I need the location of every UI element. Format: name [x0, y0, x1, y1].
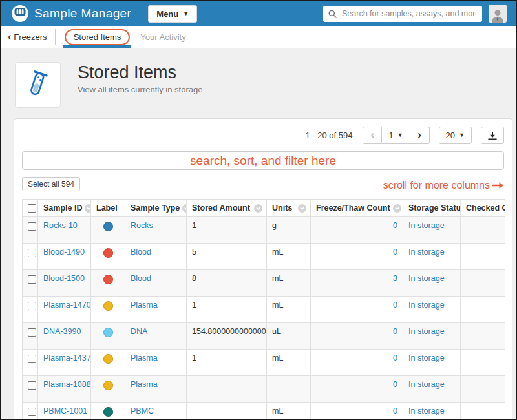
- stored-amount-cell: [187, 376, 267, 403]
- column-menu-icon[interactable]: [298, 204, 306, 213]
- export-button[interactable]: [481, 127, 504, 144]
- search-annotation: search, sort, and filter here: [190, 154, 336, 168]
- menu-button[interactable]: Menu ▼: [148, 5, 197, 23]
- chevron-down-icon: ▼: [459, 132, 465, 138]
- page-body: Stored Items View all items currently in…: [1, 48, 516, 419]
- app-window: Sample Manager Menu ▼ ‹ Freez: [0, 0, 517, 420]
- freeze-thaw-cell: 0: [311, 376, 403, 403]
- label-color-dot: [103, 301, 113, 311]
- units-cell: mL: [267, 270, 311, 297]
- col-units: Units: [272, 204, 292, 213]
- row-checkbox[interactable]: [28, 381, 36, 390]
- storage-status-link[interactable]: In storage: [408, 300, 445, 310]
- row-checkbox[interactable]: [28, 408, 36, 416]
- freeze-thaw-cell: 0: [311, 403, 403, 419]
- units-cell: mL: [267, 244, 311, 270]
- stored-amount-cell: 1: [187, 217, 267, 244]
- user-avatar[interactable]: [489, 5, 507, 23]
- arrow-right-icon: [492, 182, 504, 189]
- search-icon: [328, 10, 337, 18]
- tab-freezers[interactable]: ‹ Freezers: [8, 26, 47, 48]
- app-title: Sample Manager: [34, 6, 131, 21]
- checked-out-cell: [461, 403, 505, 419]
- page-title: Stored Items: [78, 63, 202, 81]
- row-checkbox[interactable]: [28, 302, 36, 310]
- storage-status-link[interactable]: In storage: [408, 380, 445, 389]
- checked-out-cell: [461, 350, 505, 376]
- sample-id-link[interactable]: Plasma-1437: [43, 353, 91, 362]
- row-checkbox[interactable]: [28, 249, 36, 257]
- search-input[interactable]: [341, 8, 477, 19]
- sample-type-link[interactable]: Rocks: [131, 221, 153, 230]
- download-icon: [488, 131, 497, 140]
- sample-id-link[interactable]: Blood-1490: [43, 247, 85, 257]
- table-header-row: Sample ID Label Sample Type Stored Amoun…: [23, 200, 505, 217]
- label-color-dot: [103, 407, 113, 417]
- storage-status-link[interactable]: In storage: [408, 221, 445, 230]
- table-body: Rocks-10 Rocks 1 g 0 In storage Blood-14…: [23, 217, 505, 419]
- next-page-button[interactable]: ›: [410, 127, 430, 144]
- stored-amount-cell: 1: [187, 297, 267, 323]
- chevron-down-icon: ▼: [183, 11, 189, 17]
- storage-icon-card: [15, 62, 61, 108]
- sample-id-link[interactable]: Plasma-1088: [43, 380, 91, 389]
- grid-filter-input[interactable]: search, sort, and filter here: [22, 151, 504, 170]
- sample-id-link[interactable]: DNA-3990: [43, 327, 81, 336]
- sample-type-link[interactable]: DNA: [131, 327, 147, 336]
- test-tube-icon: [23, 69, 53, 101]
- sample-id-link[interactable]: PBMC-1001: [43, 406, 87, 415]
- sample-id-link[interactable]: Plasma-1470: [43, 300, 91, 310]
- chevron-left-icon: ‹: [371, 129, 375, 140]
- top-header: Sample Manager Menu ▼: [1, 1, 516, 26]
- table-row: Plasma-1088 Plasma 0 In storage: [23, 376, 505, 403]
- label-color-dot: [103, 275, 113, 284]
- units-cell: mL: [267, 350, 311, 376]
- units-cell: uL: [267, 323, 311, 350]
- row-checkbox[interactable]: [28, 222, 36, 231]
- select-all-button[interactable]: Select all 594: [22, 177, 80, 191]
- table-row: Blood-1490 Blood 5 mL 0 In storage: [23, 244, 505, 270]
- chevron-left-icon: ‹: [8, 32, 11, 42]
- storage-status-link[interactable]: In storage: [408, 327, 445, 336]
- sample-type-link[interactable]: PBMC: [131, 406, 154, 415]
- freeze-thaw-cell: 0: [311, 350, 403, 376]
- sample-id-link[interactable]: Rocks-10: [43, 221, 78, 230]
- select-all-checkbox[interactable]: [28, 204, 36, 213]
- global-search[interactable]: [323, 6, 482, 22]
- column-menu-icon[interactable]: [254, 204, 262, 213]
- col-freeze-thaw: Freeze/Thaw Count: [316, 204, 390, 213]
- stored-amount-cell: 154.800000000000011: [187, 323, 267, 350]
- tab-bar: ‹ Freezers Stored Items Your Activity: [1, 26, 516, 48]
- sample-type-link[interactable]: Blood: [131, 274, 151, 283]
- row-checkbox[interactable]: [28, 355, 36, 363]
- freeze-thaw-cell: 0: [311, 323, 403, 350]
- units-cell: mL: [267, 297, 311, 323]
- samples-table: Sample ID Label Sample Type Stored Amoun…: [22, 199, 505, 419]
- freeze-thaw-cell: 0: [311, 244, 403, 270]
- sample-type-link[interactable]: Plasma: [131, 300, 158, 310]
- storage-status-link[interactable]: In storage: [408, 406, 445, 415]
- sample-type-link[interactable]: Plasma: [131, 353, 158, 362]
- tab-stored-items[interactable]: Stored Items: [63, 26, 132, 48]
- row-checkbox[interactable]: [28, 275, 36, 284]
- column-menu-icon[interactable]: [393, 204, 401, 213]
- row-checkbox[interactable]: [28, 328, 36, 337]
- sample-type-link[interactable]: Plasma: [131, 380, 158, 389]
- prev-page-button[interactable]: ‹: [363, 127, 382, 144]
- col-stored-amount: Stored Amount: [192, 204, 250, 213]
- pagination-bar: 1 - 20 of 594 ‹ 1 ▼ › 20 ▼: [22, 127, 504, 144]
- tab-your-activity[interactable]: Your Activity: [140, 26, 185, 48]
- column-menu-icon[interactable]: [182, 204, 186, 213]
- current-page-button[interactable]: 1 ▼: [382, 127, 410, 144]
- label-color-dot: [103, 248, 113, 258]
- sample-id-link[interactable]: Blood-1500: [43, 274, 85, 283]
- storage-status-link[interactable]: In storage: [408, 353, 445, 362]
- page-subtitle: View all items currently in storage: [78, 85, 202, 94]
- pagination-range: 1 - 20 of 594: [305, 131, 352, 140]
- column-menu-icon[interactable]: [85, 204, 90, 213]
- storage-status-link[interactable]: In storage: [408, 274, 445, 283]
- freeze-thaw-cell: 0: [311, 217, 403, 244]
- storage-status-link[interactable]: In storage: [408, 247, 445, 257]
- page-size-button[interactable]: 20 ▼: [439, 127, 472, 144]
- sample-type-link[interactable]: Blood: [131, 247, 151, 257]
